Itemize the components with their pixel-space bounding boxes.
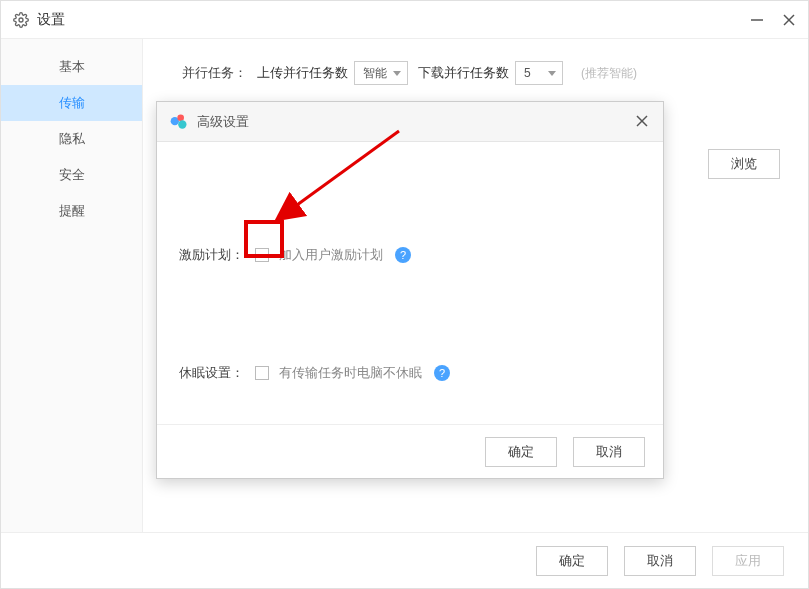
sidebar-item-transfer[interactable]: 传输 <box>1 85 142 121</box>
apply-button[interactable]: 应用 <box>712 546 784 576</box>
cancel-button[interactable]: 取消 <box>624 546 696 576</box>
footer: 确定 取消 应用 <box>1 532 808 588</box>
dialog-title: 高级设置 <box>197 113 249 131</box>
dialog-titlebar: 高级设置 <box>157 102 663 142</box>
sleep-setting-row: 休眠设置： 有传输任务时电脑不休眠 ? <box>179 364 645 382</box>
recommend-hint: (推荐智能) <box>581 65 637 82</box>
settings-window: 设置 基本 传输 隐私 安全 提醒 并行任务： 上传并行任务数 智能 <box>0 0 809 589</box>
upload-subrow: 上传并行任务数 智能 <box>257 61 408 85</box>
gear-icon <box>13 12 29 28</box>
dialog-close-button[interactable] <box>635 114 651 130</box>
baidu-netdisk-logo-icon <box>169 112 189 132</box>
incentive-plan-checkbox[interactable] <box>255 248 269 262</box>
incentive-plan-row: 激励计划： 加入用户激励计划 ? <box>179 246 645 264</box>
sleep-setting-checkbox[interactable] <box>255 366 269 380</box>
svg-point-0 <box>19 18 23 22</box>
window-controls <box>750 13 796 27</box>
incentive-help-icon[interactable]: ? <box>395 247 411 263</box>
sidebar: 基本 传输 隐私 安全 提醒 <box>1 39 143 532</box>
minimize-button[interactable] <box>750 13 764 27</box>
parallel-tasks-row: 并行任务： 上传并行任务数 智能 下载并行任务数 5 (推荐智能) <box>171 61 780 85</box>
sidebar-item-security[interactable]: 安全 <box>1 157 142 193</box>
upload-select[interactable]: 智能 <box>354 61 408 85</box>
advanced-settings-dialog: 高级设置 激励计划： 加入用户激励计划 ? 休眠设置： 有传输任务时电脑不休眠 … <box>156 101 664 479</box>
browse-button[interactable]: 浏览 <box>708 149 780 179</box>
incentive-plan-checkbox-label: 加入用户激励计划 <box>279 246 383 264</box>
titlebar: 设置 <box>1 1 808 39</box>
ok-button[interactable]: 确定 <box>536 546 608 576</box>
dialog-footer: 确定 取消 <box>157 424 663 478</box>
close-button[interactable] <box>782 13 796 27</box>
sidebar-item-reminder[interactable]: 提醒 <box>1 193 142 229</box>
sleep-setting-label: 休眠设置： <box>179 364 251 382</box>
parallel-tasks-label: 并行任务： <box>171 64 247 82</box>
svg-point-5 <box>177 114 184 121</box>
dialog-body: 激励计划： 加入用户激励计划 ? 休眠设置： 有传输任务时电脑不休眠 ? <box>157 142 663 424</box>
window-title: 设置 <box>37 11 65 29</box>
sleep-help-icon[interactable]: ? <box>434 365 450 381</box>
sidebar-item-privacy[interactable]: 隐私 <box>1 121 142 157</box>
incentive-plan-label: 激励计划： <box>179 246 251 264</box>
download-label: 下载并行任务数 <box>418 64 509 82</box>
dialog-cancel-button[interactable]: 取消 <box>573 437 645 467</box>
sleep-setting-checkbox-label: 有传输任务时电脑不休眠 <box>279 364 422 382</box>
sidebar-item-basic[interactable]: 基本 <box>1 49 142 85</box>
svg-point-6 <box>178 120 186 128</box>
download-subrow: 下载并行任务数 5 <box>418 61 563 85</box>
upload-label: 上传并行任务数 <box>257 64 348 82</box>
download-select[interactable]: 5 <box>515 61 563 85</box>
dialog-ok-button[interactable]: 确定 <box>485 437 557 467</box>
